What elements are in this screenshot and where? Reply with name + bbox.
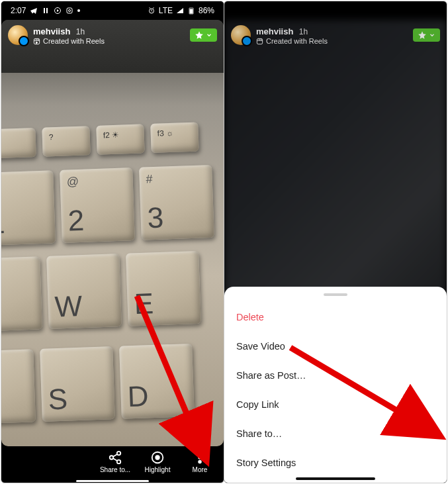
svg-rect-16: [257, 38, 262, 44]
avatar[interactable]: [8, 25, 28, 45]
sheet-grip[interactable]: [324, 293, 347, 296]
story-username[interactable]: mehviish: [33, 26, 70, 36]
story-viewer[interactable]: f1?f2 ☀f3 ☼ !1 @2 #3 Q W E A S D: [1, 20, 224, 446]
highlight-icon: [150, 450, 165, 465]
share-to-button[interactable]: Share to...: [98, 450, 132, 473]
battery-icon: [187, 7, 195, 15]
highlight-button[interactable]: Highlight: [140, 450, 175, 473]
svg-point-7: [117, 451, 121, 455]
circle-play-icon: [54, 7, 62, 15]
sheet-delete[interactable]: Delete: [224, 303, 447, 332]
phone-right: mehviish 1h Created with Reels Delete Sa…: [224, 1, 447, 483]
reels-icon: [33, 38, 40, 45]
chevron-down-icon: [206, 32, 212, 38]
alarm-icon: [148, 7, 156, 15]
svg-point-8: [110, 456, 114, 460]
story-username[interactable]: mehviish: [256, 26, 293, 36]
more-options-sheet: Delete Save Video Share as Post… Copy Li…: [224, 287, 447, 483]
sheet-share-as-post[interactable]: Share as Post…: [224, 361, 447, 390]
story-time: 1h: [299, 27, 308, 36]
home-indicator[interactable]: [296, 477, 375, 480]
story-time: 1h: [76, 27, 85, 36]
home-indicator[interactable]: [76, 480, 149, 482]
sheet-save-video[interactable]: Save Video: [224, 332, 447, 361]
phone-left: 2:07 LTE 86% f1?f2 ☀f3 ☼: [1, 1, 224, 483]
story-image-keyboard: f1?f2 ☀f3 ☼ !1 @2 #3 Q W E A S D: [1, 20, 224, 446]
pause-icon: [42, 7, 50, 15]
more-button[interactable]: More: [183, 450, 217, 473]
svg-point-9: [117, 460, 121, 463]
created-with-reels[interactable]: Created with Reels: [33, 37, 105, 45]
status-battery: 86%: [199, 6, 214, 15]
sheet-story-settings[interactable]: Story Settings: [224, 448, 447, 477]
instagram-icon: [66, 7, 73, 15]
close-friends-badge[interactable]: [190, 28, 217, 42]
more-notifications-dot: [77, 9, 80, 12]
sheet-copy-link[interactable]: Copy Link: [224, 390, 447, 419]
svg-point-12: [199, 452, 201, 454]
chevron-down-icon: [429, 32, 435, 38]
avatar[interactable]: [231, 25, 251, 45]
svg-rect-1: [67, 8, 72, 13]
more-vertical-icon: [193, 450, 207, 465]
created-with-reels[interactable]: Created with Reels: [256, 37, 328, 45]
status-time: 2:07: [11, 6, 26, 15]
reels-icon: [256, 38, 263, 45]
signal-icon: [176, 7, 184, 15]
telegram-icon: [30, 7, 38, 15]
svg-point-11: [155, 455, 159, 460]
svg-point-13: [199, 456, 201, 459]
status-network: LTE: [159, 6, 173, 15]
close-friends-badge[interactable]: [413, 28, 440, 42]
svg-point-14: [199, 460, 201, 463]
svg-rect-5: [189, 9, 193, 14]
sheet-share-to[interactable]: Share to…: [224, 419, 447, 448]
story-action-bar: Share to... Highlight More: [1, 444, 224, 479]
star-icon: [418, 30, 427, 40]
star-icon: [195, 30, 204, 40]
svg-point-2: [69, 10, 71, 12]
share-icon: [108, 450, 122, 465]
status-bar: 2:07 LTE 86%: [1, 1, 224, 20]
